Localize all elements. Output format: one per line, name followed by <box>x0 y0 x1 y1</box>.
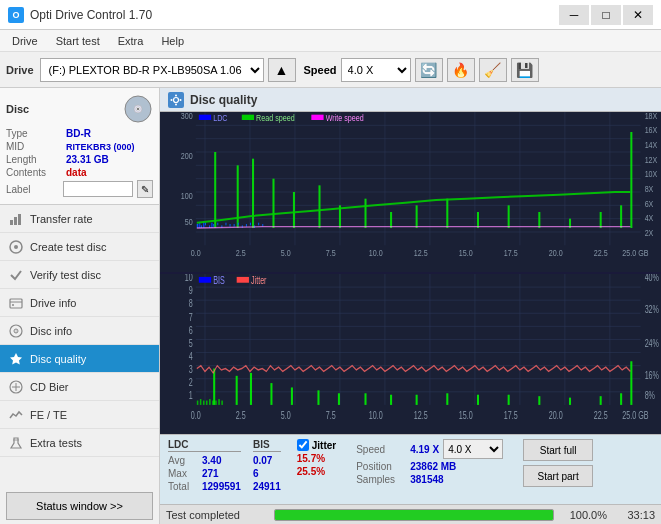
erase-button[interactable]: 🧹 <box>479 58 507 82</box>
nav-cd-bier[interactable]: CD Bier <box>0 373 159 401</box>
menu-extra[interactable]: Extra <box>110 33 152 49</box>
svg-rect-188 <box>600 396 602 405</box>
nav-transfer-rate[interactable]: Transfer rate <box>0 205 159 233</box>
svg-text:16X: 16X <box>645 124 658 135</box>
svg-rect-162 <box>237 277 249 283</box>
nav-drive-info[interactable]: Drive info <box>0 289 159 317</box>
maximize-button[interactable]: □ <box>591 5 621 25</box>
menu-bar: Drive Start test Extra Help <box>0 30 661 52</box>
burn-button[interactable]: 🔥 <box>447 58 475 82</box>
svg-text:6: 6 <box>189 324 193 336</box>
app-icon: O <box>8 7 24 23</box>
speed-select-control[interactable]: 4.0 X <box>443 439 503 459</box>
svg-rect-97 <box>197 224 198 227</box>
chart-settings-icon <box>168 92 184 108</box>
svg-rect-88 <box>416 205 418 228</box>
menu-help[interactable]: Help <box>153 33 192 49</box>
ldc-avg-row: Avg 3.40 <box>168 455 241 466</box>
disc-mid-val: RITEKBR3 (000) <box>66 142 135 152</box>
bis-avg-val: 0.07 <box>253 455 272 466</box>
disc-label-input[interactable] <box>63 181 133 197</box>
svg-rect-96 <box>630 132 632 228</box>
svg-rect-186 <box>538 396 540 405</box>
svg-text:2: 2 <box>189 377 193 389</box>
svg-point-24 <box>180 99 182 101</box>
svg-text:15.0: 15.0 <box>459 410 473 422</box>
menu-start-test[interactable]: Start test <box>48 33 108 49</box>
svg-text:0.0: 0.0 <box>191 247 201 258</box>
nav-disc-quality[interactable]: Disc quality <box>0 345 159 373</box>
svg-text:9: 9 <box>189 285 193 297</box>
disc-length-val: 23.31 GB <box>66 154 109 165</box>
svg-rect-95 <box>620 205 622 228</box>
svg-text:10: 10 <box>185 274 193 284</box>
svg-text:17.5: 17.5 <box>504 247 518 258</box>
disc-contents-val: data <box>66 167 87 178</box>
start-part-button[interactable]: Start part <box>523 465 593 487</box>
svg-rect-83 <box>293 192 295 228</box>
svg-text:i: i <box>15 327 16 333</box>
close-button[interactable]: ✕ <box>623 5 653 25</box>
svg-text:10X: 10X <box>645 168 658 179</box>
minimize-button[interactable]: ─ <box>559 5 589 25</box>
svg-point-11 <box>12 304 14 306</box>
start-full-button[interactable]: Start full <box>523 439 593 461</box>
svg-text:7.5: 7.5 <box>326 410 336 422</box>
svg-rect-173 <box>213 369 215 405</box>
svg-rect-172 <box>221 401 223 405</box>
svg-text:Jitter: Jitter <box>251 275 267 287</box>
bis-avg-row: 0.07 <box>253 455 281 466</box>
nav-fe-te[interactable]: FE / TE <box>0 401 159 429</box>
drive-select[interactable]: (F:) PLEXTOR BD-R PX-LB950SA 1.06 <box>40 58 264 82</box>
svg-rect-99 <box>205 223 206 226</box>
avg-label: Avg <box>168 455 198 466</box>
drive-info-icon <box>8 295 24 311</box>
svg-text:0.0: 0.0 <box>191 410 201 422</box>
eject-button[interactable]: ▲ <box>268 58 296 82</box>
svg-rect-87 <box>390 212 392 228</box>
max-label: Max <box>168 468 198 479</box>
nav-items: Transfer rate Create test disc Verify te… <box>0 205 159 488</box>
nav-extra-tests-label: Extra tests <box>30 437 82 449</box>
nav-disc-info[interactable]: i Disc info <box>0 317 159 345</box>
speed-select[interactable]: 4.0 X <box>341 58 411 82</box>
disc-info-icon: i <box>8 323 24 339</box>
cd-bier-icon <box>8 379 24 395</box>
chart-header: Disc quality <box>160 88 661 112</box>
svg-text:LDC: LDC <box>213 112 227 123</box>
samples-key: Samples <box>356 474 406 485</box>
lower-chart-svg: 10 9 8 7 6 5 4 3 2 1 40% 32% 24% 16% 8 <box>160 274 661 434</box>
svg-text:14X: 14X <box>645 139 658 150</box>
disc-label-button[interactable]: ✎ <box>137 180 153 198</box>
nav-extra-tests[interactable]: Extra tests <box>0 429 159 457</box>
status-window-button[interactable]: Status window >> <box>6 492 153 520</box>
disc-header: Disc <box>6 94 153 124</box>
nav-verify-test-disc[interactable]: Verify test disc <box>0 261 159 289</box>
svg-text:12X: 12X <box>645 154 658 165</box>
svg-rect-175 <box>250 373 252 405</box>
save-button[interactable]: 💾 <box>511 58 539 82</box>
progress-fill <box>275 510 553 520</box>
bis-stats-col: BIS 0.07 6 24911 <box>253 439 281 492</box>
upper-chart-svg: 300 200 100 50 18X 16X 14X 12X 10X 8X 6X… <box>160 112 661 272</box>
disc-contents-key: Contents <box>6 167 66 178</box>
menu-drive[interactable]: Drive <box>4 33 46 49</box>
jitter-checkbox[interactable] <box>297 439 309 451</box>
fe-te-icon <box>8 407 24 423</box>
svg-rect-183 <box>446 393 448 405</box>
svg-text:2.5: 2.5 <box>236 247 246 258</box>
content-area: Disc quality <box>160 88 661 524</box>
refresh-button[interactable]: 🔄 <box>415 58 443 82</box>
svg-text:25.0 GB: 25.0 GB <box>622 410 648 422</box>
nav-create-test-disc[interactable]: Create test disc <box>0 233 159 261</box>
position-key: Position <box>356 461 406 472</box>
svg-text:10.0: 10.0 <box>369 247 383 258</box>
svg-rect-90 <box>477 212 479 228</box>
disc-length-row: Length 23.31 GB <box>6 154 153 165</box>
jitter-stats-col: Jitter 15.7% 25.5% <box>297 439 336 477</box>
disc-length-key: Length <box>6 154 66 165</box>
title-bar: O Opti Drive Control 1.70 ─ □ ✕ <box>0 0 661 30</box>
svg-marker-15 <box>10 353 22 365</box>
svg-rect-81 <box>252 159 254 228</box>
ldc-max-val: 271 <box>202 468 219 479</box>
